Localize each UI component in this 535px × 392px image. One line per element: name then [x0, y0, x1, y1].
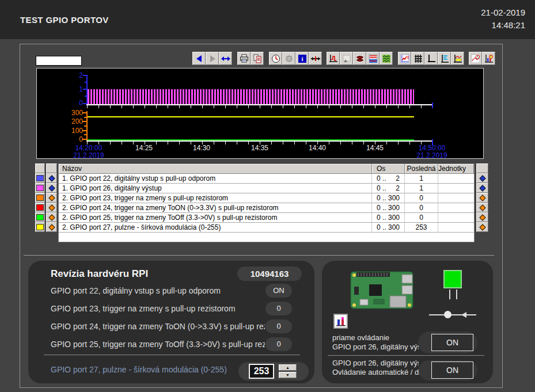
cell-last: 0 [405, 213, 438, 223]
analog-tick-0: 0 [66, 135, 83, 143]
realtime-trend-button[interactable] [482, 52, 495, 65]
diamond-icon-button[interactable] [46, 183, 57, 193]
table-row[interactable]: 1. GPIO port 22, digitálny vstup s pull-… [59, 174, 474, 184]
trend-chart: 2 1 0 300 200 100 0 14:20:00 21.2.2019 1… [36, 68, 484, 159]
direct-on-button[interactable]: ON [431, 334, 473, 351]
column-header-jednotky[interactable]: Jednotky [438, 164, 474, 174]
series-color-button[interactable] [35, 173, 45, 183]
auto-on-button[interactable]: ON [431, 361, 473, 379]
series-color-button[interactable] [35, 193, 45, 203]
x-start-time: 14:20:00 [73, 144, 105, 152]
table-row[interactable]: 2. GPIO port 23, trigger na zmeny s pull… [59, 193, 474, 203]
table-row[interactable]: 2. GPIO port 27, pulzne - šírková modulá… [59, 223, 474, 233]
diamond-header-cell [46, 163, 57, 173]
column-header-nazov[interactable]: Názov [59, 164, 372, 174]
date-label: 21-02-2019 [481, 6, 525, 19]
diamond-icon-button[interactable] [476, 193, 488, 203]
svg-text:i: i [301, 55, 303, 62]
column-header-posledna[interactable]: Posledná [405, 164, 438, 174]
gpio22-value-button[interactable]: ON [265, 284, 292, 298]
diamond-icon-button[interactable] [476, 183, 488, 193]
column-header-os[interactable]: Os [372, 164, 405, 174]
series-color-button[interactable] [35, 222, 45, 232]
zoom-area-button[interactable] [451, 52, 464, 65]
gpio23-value-button[interactable]: 0 [265, 302, 292, 315]
table-row[interactable]: 1. GPIO port 26, digitálny výstup 0 ..2 … [59, 184, 474, 193]
series-diamond-column-left [46, 163, 57, 232]
compress-rows-button[interactable] [353, 52, 366, 65]
diamond-icon-button[interactable] [476, 173, 488, 183]
spinner-down-button[interactable]: ▼ [279, 372, 297, 378]
analog-tick-100: 100 [66, 127, 83, 135]
trace-gpio26-square-wave [88, 89, 414, 104]
page-title: TEST GPIO PORTOV [20, 15, 109, 25]
info-button[interactable]: i [295, 52, 309, 65]
fit-time-axis-button[interactable] [219, 52, 232, 65]
digital-tick-1: 1 [70, 85, 83, 93]
toolbar-group-axes: ! [398, 52, 464, 65]
trend-readout-box[interactable] [36, 56, 82, 66]
cell-os: 0 ..300 [372, 223, 405, 233]
cell-last: 1 [405, 184, 438, 193]
series-color-button[interactable] [35, 183, 45, 193]
spinner-up-button[interactable]: ▲ [279, 364, 297, 371]
alarm-view-button[interactable]: ! [398, 52, 411, 65]
cell-units [438, 213, 474, 223]
pwm-value-input[interactable]: 253 [249, 364, 274, 379]
table-row[interactable]: 2. GPIO port 25, trigger na zmeny ToOff … [59, 213, 474, 223]
diamond-icon-button[interactable] [46, 173, 57, 183]
gpio25-label: GPIO port 25, trigger na zmeny ToOff (3.… [51, 340, 265, 349]
export-button-disabled[interactable] [340, 52, 353, 65]
diamond-icon-button[interactable] [476, 212, 488, 222]
color-header-cell [35, 163, 45, 173]
panel-divider [44, 355, 300, 355]
cell-last: 0 [405, 193, 438, 203]
diamond-icon-button[interactable] [46, 212, 57, 222]
gear-icon-button-disabled[interactable] [282, 52, 295, 65]
series-color-button[interactable] [35, 212, 45, 222]
diamond-icon-button[interactable] [46, 222, 57, 232]
analog-axis-line [86, 111, 88, 141]
diamond-icon-button[interactable] [46, 193, 57, 203]
auto-control-caption: Ovládanie automatické / dialó [332, 368, 430, 376]
grid-toggle-button[interactable] [411, 52, 424, 65]
toolbar-group-settings: i [269, 52, 322, 65]
cell-units [438, 223, 474, 233]
zoom-axes-button[interactable] [327, 52, 340, 65]
curves-view-button[interactable] [380, 52, 393, 65]
x-start-date: 21.2.2019 [73, 151, 105, 159]
raspberry-pi-photo [346, 269, 422, 312]
led-leg [449, 290, 450, 299]
axis-values-toggle-button[interactable] [438, 52, 451, 65]
diamond-icon-button[interactable] [476, 222, 488, 232]
cell-units [438, 193, 474, 203]
analog-tick-300: 300 [66, 109, 83, 117]
trace-gpio27-pwm [88, 116, 414, 117]
scroll-left-button[interactable] [192, 52, 206, 65]
mini-trend-icon-button[interactable] [333, 314, 348, 329]
cursor-marker-button[interactable] [309, 52, 322, 65]
time-settings-button[interactable] [269, 52, 282, 65]
scroll-right-button[interactable] [206, 52, 219, 65]
gpio24-value-button[interactable]: 0 [265, 319, 292, 333]
series-color-button[interactable] [35, 203, 45, 212]
gpio25-value-button[interactable]: 0 [265, 337, 292, 351]
table-row[interactable]: 2. GPIO port 24, trigger na zmeny ToON (… [59, 203, 474, 213]
table-view-button[interactable] [366, 52, 380, 65]
cell-name: 2. GPIO port 27, pulzne - šírková modulá… [59, 223, 372, 233]
gpio-status-panel: Revízia hardvéru RPI 10494163 GPIO port … [28, 261, 314, 383]
print-button[interactable] [237, 52, 251, 65]
history-trend-button[interactable] [469, 52, 482, 65]
x-tick: 14:40 [303, 144, 332, 152]
slider-thumb[interactable] [444, 311, 451, 318]
cell-os: 0 ..2 [372, 184, 405, 193]
diamond-icon-button[interactable] [476, 203, 488, 212]
digital-tick-0: 0 [70, 99, 83, 107]
cell-units [438, 174, 474, 184]
axes-toggle-button[interactable] [424, 52, 438, 65]
diamond-icon-button[interactable] [46, 203, 57, 212]
cell-os: 0 ..300 [372, 213, 405, 223]
slider-track[interactable] [429, 314, 476, 315]
x-end-date: 21.2.2019 [416, 151, 448, 159]
copy-button[interactable] [251, 52, 264, 65]
